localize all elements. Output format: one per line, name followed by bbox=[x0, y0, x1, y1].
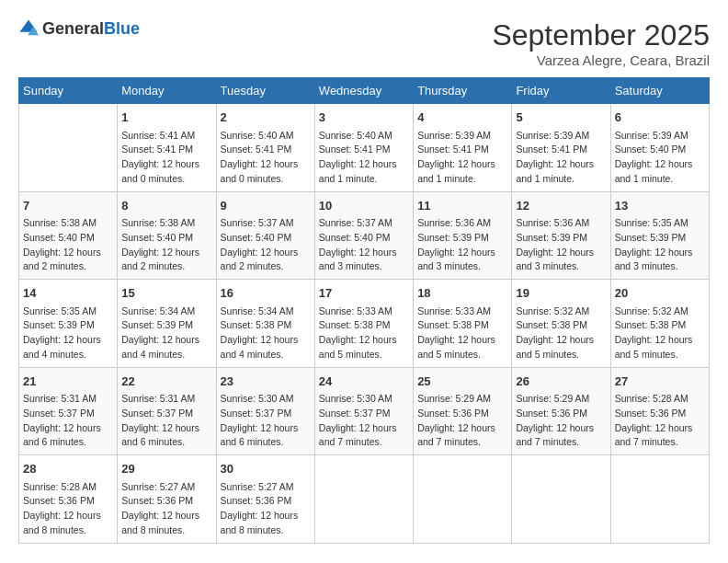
calendar-cell: 28Sunrise: 5:28 AMSunset: 5:36 PMDayligh… bbox=[19, 455, 118, 544]
calendar-cell: 20Sunrise: 5:32 AMSunset: 5:38 PMDayligh… bbox=[610, 280, 709, 368]
calendar-cell: 18Sunrise: 5:33 AMSunset: 5:38 PMDayligh… bbox=[414, 280, 512, 368]
day-number: 1 bbox=[121, 109, 211, 127]
day-number: 14 bbox=[23, 284, 113, 303]
location-title: Varzea Alegre, Ceara, Brazil bbox=[492, 52, 710, 68]
calendar-cell: 11Sunrise: 5:36 AMSunset: 5:39 PMDayligh… bbox=[414, 191, 512, 280]
day-number: 23 bbox=[221, 373, 311, 391]
day-number: 28 bbox=[23, 460, 113, 478]
day-number: 22 bbox=[121, 373, 211, 391]
calendar-cell: 8Sunrise: 5:38 AMSunset: 5:40 PMDaylight… bbox=[118, 191, 216, 280]
week-row-4: 21Sunrise: 5:31 AMSunset: 5:37 PMDayligh… bbox=[19, 367, 710, 455]
calendar-cell: 15Sunrise: 5:34 AMSunset: 5:39 PMDayligh… bbox=[118, 280, 216, 368]
day-number: 13 bbox=[615, 197, 705, 215]
header: GeneralBlue September 2025 Varzea Alegre… bbox=[18, 18, 710, 68]
logo-general: General bbox=[42, 19, 104, 38]
day-number: 17 bbox=[319, 284, 409, 303]
day-number: 15 bbox=[121, 284, 211, 303]
day-number: 6 bbox=[615, 109, 705, 127]
calendar-table: SundayMondayTuesdayWednesdayThursdayFrid… bbox=[18, 77, 710, 544]
day-number: 9 bbox=[221, 197, 311, 215]
calendar-cell: 14Sunrise: 5:35 AMSunset: 5:39 PMDayligh… bbox=[19, 280, 118, 368]
day-number: 8 bbox=[121, 197, 211, 215]
day-number: 5 bbox=[516, 109, 606, 127]
calendar-cell: 24Sunrise: 5:30 AMSunset: 5:37 PMDayligh… bbox=[314, 367, 413, 455]
day-number: 3 bbox=[319, 109, 409, 127]
day-number: 11 bbox=[417, 197, 507, 215]
dow-header-tuesday: Tuesday bbox=[216, 78, 314, 104]
week-row-1: 1Sunrise: 5:41 AMSunset: 5:41 PMDaylight… bbox=[19, 104, 710, 192]
day-number: 2 bbox=[221, 109, 311, 127]
dow-header-wednesday: Wednesday bbox=[314, 78, 413, 104]
calendar-cell: 30Sunrise: 5:27 AMSunset: 5:36 PMDayligh… bbox=[216, 455, 314, 544]
calendar-cell: 27Sunrise: 5:28 AMSunset: 5:36 PMDayligh… bbox=[610, 367, 709, 455]
day-number: 21 bbox=[23, 373, 113, 391]
day-number: 16 bbox=[221, 284, 311, 303]
calendar-cell: 2Sunrise: 5:40 AMSunset: 5:41 PMDaylight… bbox=[216, 104, 314, 192]
calendar-cell: 23Sunrise: 5:30 AMSunset: 5:37 PMDayligh… bbox=[216, 367, 314, 455]
logo-blue: Blue bbox=[104, 19, 140, 38]
day-number: 24 bbox=[319, 373, 409, 391]
calendar-cell bbox=[414, 455, 512, 544]
month-title: September 2025 bbox=[492, 18, 710, 52]
day-number: 29 bbox=[121, 460, 211, 478]
week-row-5: 28Sunrise: 5:28 AMSunset: 5:36 PMDayligh… bbox=[19, 455, 710, 544]
calendar-cell: 10Sunrise: 5:37 AMSunset: 5:40 PMDayligh… bbox=[314, 191, 413, 280]
calendar-cell: 12Sunrise: 5:36 AMSunset: 5:39 PMDayligh… bbox=[512, 191, 610, 280]
day-number: 12 bbox=[516, 197, 606, 215]
day-number: 30 bbox=[221, 460, 311, 478]
dow-header-thursday: Thursday bbox=[414, 78, 512, 104]
calendar-cell: 29Sunrise: 5:27 AMSunset: 5:36 PMDayligh… bbox=[118, 455, 216, 544]
calendar-cell: 4Sunrise: 5:39 AMSunset: 5:41 PMDaylight… bbox=[414, 104, 512, 192]
calendar-cell: 16Sunrise: 5:34 AMSunset: 5:38 PMDayligh… bbox=[216, 280, 314, 368]
day-number: 20 bbox=[615, 284, 705, 303]
dow-header-sunday: Sunday bbox=[19, 78, 118, 104]
calendar-cell: 26Sunrise: 5:29 AMSunset: 5:36 PMDayligh… bbox=[512, 367, 610, 455]
logo-icon bbox=[18, 18, 39, 39]
calendar-cell bbox=[512, 455, 610, 544]
calendar-cell: 13Sunrise: 5:35 AMSunset: 5:39 PMDayligh… bbox=[610, 191, 709, 280]
calendar-cell: 9Sunrise: 5:37 AMSunset: 5:40 PMDaylight… bbox=[216, 191, 314, 280]
day-number: 19 bbox=[516, 284, 606, 303]
week-row-3: 14Sunrise: 5:35 AMSunset: 5:39 PMDayligh… bbox=[19, 280, 710, 368]
calendar-cell bbox=[314, 455, 413, 544]
day-number: 7 bbox=[23, 197, 113, 215]
day-number: 18 bbox=[417, 284, 507, 303]
week-row-2: 7Sunrise: 5:38 AMSunset: 5:40 PMDaylight… bbox=[19, 191, 710, 280]
calendar-body: 1Sunrise: 5:41 AMSunset: 5:41 PMDaylight… bbox=[19, 104, 710, 544]
calendar-cell: 25Sunrise: 5:29 AMSunset: 5:36 PMDayligh… bbox=[414, 367, 512, 455]
day-number: 27 bbox=[615, 373, 705, 391]
calendar-cell: 22Sunrise: 5:31 AMSunset: 5:37 PMDayligh… bbox=[118, 367, 216, 455]
calendar-cell: 3Sunrise: 5:40 AMSunset: 5:41 PMDaylight… bbox=[314, 104, 413, 192]
calendar-cell: 6Sunrise: 5:39 AMSunset: 5:40 PMDaylight… bbox=[610, 104, 709, 192]
day-number: 25 bbox=[417, 373, 507, 391]
day-of-week-row: SundayMondayTuesdayWednesdayThursdayFrid… bbox=[19, 78, 710, 104]
day-number: 26 bbox=[516, 373, 606, 391]
calendar-cell: 17Sunrise: 5:33 AMSunset: 5:38 PMDayligh… bbox=[314, 280, 413, 368]
dow-header-monday: Monday bbox=[118, 78, 216, 104]
dow-header-saturday: Saturday bbox=[610, 78, 709, 104]
calendar-cell: 7Sunrise: 5:38 AMSunset: 5:40 PMDaylight… bbox=[19, 191, 118, 280]
calendar-cell bbox=[610, 455, 709, 544]
day-number: 10 bbox=[319, 197, 409, 215]
title-area: September 2025 Varzea Alegre, Ceara, Bra… bbox=[492, 18, 710, 68]
logo: GeneralBlue bbox=[18, 18, 140, 39]
calendar-cell: 19Sunrise: 5:32 AMSunset: 5:38 PMDayligh… bbox=[512, 280, 610, 368]
dow-header-friday: Friday bbox=[512, 78, 610, 104]
calendar-cell: 5Sunrise: 5:39 AMSunset: 5:41 PMDaylight… bbox=[512, 104, 610, 192]
day-number: 4 bbox=[417, 109, 507, 127]
calendar-cell: 1Sunrise: 5:41 AMSunset: 5:41 PMDaylight… bbox=[118, 104, 216, 192]
calendar-cell: 21Sunrise: 5:31 AMSunset: 5:37 PMDayligh… bbox=[19, 367, 118, 455]
calendar-cell bbox=[19, 104, 118, 192]
